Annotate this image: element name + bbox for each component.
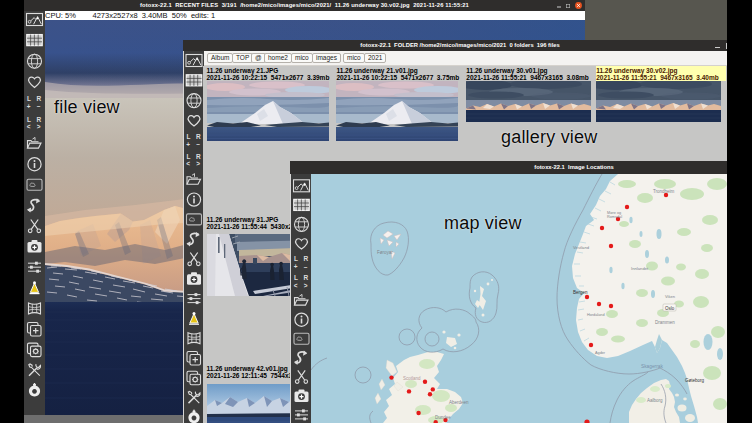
svg-text:Oslo: Oslo [665,306,675,311]
svg-text:Dundee: Dundee [435,415,451,420]
svg-text:Aalborg: Aalborg [647,398,663,403]
svg-text:Vestland: Vestland [573,245,590,250]
svg-text:Innlandet: Innlandet [631,266,649,271]
svg-text:Trondheim: Trondheim [653,189,675,194]
svg-text:Aberdeen: Aberdeen [449,400,469,405]
svg-text:Viken: Viken [665,294,675,299]
svg-text:Gøteborg: Gøteborg [685,378,705,383]
svg-text:Agder: Agder [595,351,606,355]
svg-text:Scotland: Scotland [403,376,421,381]
svg-text:Drammen: Drammen [655,320,675,325]
svg-text:Bergen: Bergen [573,290,588,295]
svg-text:Romsdal: Romsdal [607,215,622,219]
svg-text:Føroyar: Føroyar [377,250,393,255]
svg-text:Hordaland: Hordaland [587,313,605,317]
svg-text:Skagerrak: Skagerrak [641,364,663,369]
